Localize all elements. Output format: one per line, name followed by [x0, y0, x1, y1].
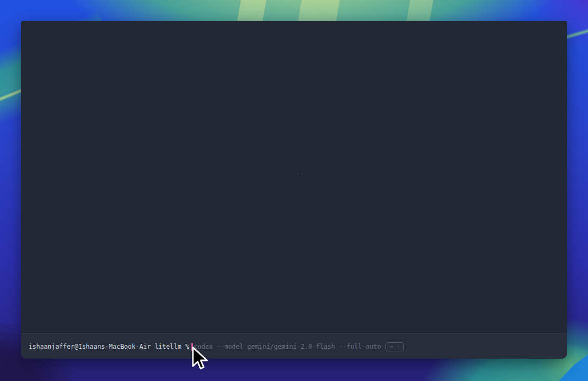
terminal-window[interactable]: ··· ishaanjaffer@Ishaans-MacBook-Air lit… [21, 21, 567, 359]
loading-ellipsis: ··· [287, 170, 308, 178]
terminal-body[interactable]: ··· [21, 21, 567, 333]
autosuggestion-text: codex --model gemini/gemini-2.0-flash --… [194, 342, 381, 351]
prompt-band[interactable]: ishaanjaffer@Ishaans-MacBook-Air litellm… [21, 334, 567, 359]
prompt-user-host: ishaanjaffer@Ishaans-MacBook-Air [29, 342, 151, 351]
prompt-directory: litellm [154, 342, 181, 351]
accept-suggestion-hint-badge: → · [385, 342, 404, 351]
arrow-pointer-icon [191, 346, 209, 374]
command-prompt-line[interactable]: ishaanjaffer@Ishaans-MacBook-Air litellm… [29, 342, 404, 351]
prompt-symbol: % [185, 342, 189, 351]
